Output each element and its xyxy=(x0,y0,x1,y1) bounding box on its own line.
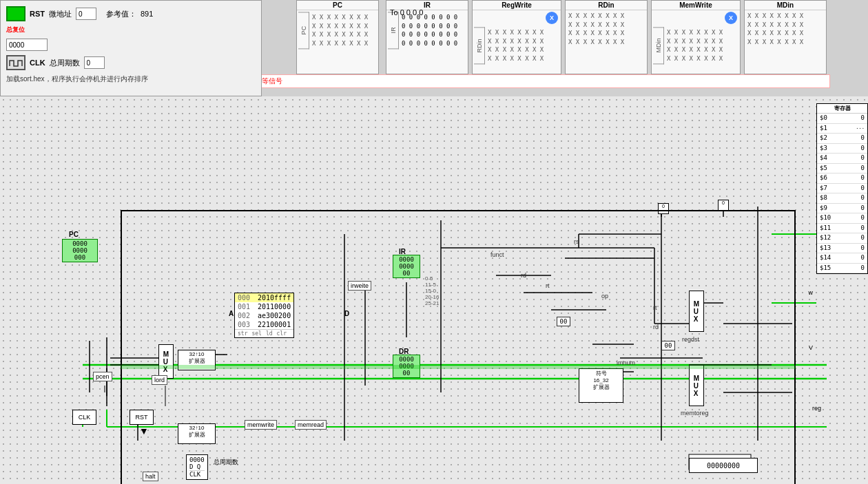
reg-row-7: $7 0 xyxy=(817,184,867,194)
reg-row-2: $2 0 xyxy=(817,134,867,144)
pc-component-label: PC xyxy=(69,231,79,238)
rst-arrow: ▼ xyxy=(139,425,149,436)
pc-body: X X X X X X X X X X X X X X X X X X X X … xyxy=(309,12,371,49)
reset-label: 总复位 xyxy=(6,25,25,34)
memwrite-ctrl: memwrite xyxy=(245,420,277,430)
clk-icon xyxy=(6,55,25,70)
micro-addr-label: 微地址 xyxy=(49,9,72,19)
ref-value: 891 xyxy=(141,10,153,18)
mem-row-3: 003 22100001 xyxy=(235,320,293,329)
micro-addr-input[interactable] xyxy=(76,8,96,20)
op-label: op xyxy=(601,293,608,299)
ir-value: 0000 0000 00 xyxy=(393,255,420,278)
total-cycles-input[interactable] xyxy=(84,56,105,69)
mux-right1: MUX xyxy=(689,291,704,332)
register-file: 寄存器 $0 0 $1 ... $2 0 $3 0 $4 0 $5 0 $6 0 xyxy=(816,103,868,274)
mem-row-1: 001 20110000 xyxy=(235,302,293,311)
regwrite-x-btn[interactable]: X xyxy=(546,12,558,24)
expander1: 32↑10扩展器 xyxy=(178,350,216,370)
total-cycles-bottom: 0000 D Q CLK xyxy=(186,454,208,480)
halt-ctrl: halt xyxy=(143,472,158,481)
reg-row-5: $5 0 xyxy=(817,164,867,174)
mdin-header: MDin xyxy=(745,1,826,10)
mux-right2: MUX xyxy=(689,365,704,406)
addr-display[interactable] xyxy=(6,39,48,51)
reg-row-11: $11 0 xyxy=(817,224,867,234)
pcen-ctrl: pcen xyxy=(93,372,112,381)
total-cycles-label: 总周期数 xyxy=(50,58,80,68)
mem-d-label: D xyxy=(344,310,349,317)
bit-range1: 0-511-515-020-1625-21 xyxy=(425,275,439,306)
pc-header: PC xyxy=(297,1,378,10)
regwrite-body: X X X X X X X X X X X X X X X X X X X X … xyxy=(485,27,546,64)
mux1: MUX xyxy=(158,344,174,379)
funct-label: funct xyxy=(490,251,504,258)
memtoreg-label: memtoreg xyxy=(681,410,709,417)
top-connector1: 0 xyxy=(658,203,669,214)
rt-label: rt xyxy=(546,282,550,289)
mem-controls: str sel ld clr xyxy=(235,329,293,337)
clk-wave-icon xyxy=(8,58,23,67)
pc-value1: 0000 0000 000 xyxy=(62,239,98,262)
hint-text: 加载sort.hex，程序执行会停机并进行内存排序 xyxy=(6,74,256,84)
total-cycles-label-bottom: 总周期数 xyxy=(214,458,238,467)
reg-label-bottom: reg xyxy=(812,405,821,412)
rs-label-top: rs xyxy=(574,238,579,245)
mdin-signal-panel: MDin X X X X X X X X X X X X X X X X X X… xyxy=(744,0,827,74)
clk-label: CLK xyxy=(30,59,45,67)
bottom-hex-display: 00000000 xyxy=(689,458,758,473)
circuit-area: PC 0000 0000 000 MUX 32↑10扩展器 32↑10扩展器 0… xyxy=(0,96,868,484)
mem-row-2: 002 ae300200 xyxy=(235,311,293,320)
w-label: w xyxy=(809,289,814,296)
reg-row-9: $9 0 xyxy=(817,204,867,214)
memwrite-header: MemWrite xyxy=(652,1,740,10)
reg-row-3: $3 0 xyxy=(817,144,867,154)
reg-row-0: $0 0 xyxy=(817,114,867,124)
memread-ctrl: memread xyxy=(295,420,327,430)
ref-label: 参考值： xyxy=(106,9,136,19)
lord-ctrl: lord xyxy=(152,375,167,385)
memory-display: 000 2010ffff 001 20110000 002 ae300200 0… xyxy=(234,293,294,338)
reg-row-10: $10 0 xyxy=(817,213,867,224)
reg-row-12: $12 0 xyxy=(817,233,867,244)
imnum-label: imnum xyxy=(617,359,635,366)
rst-label: RST xyxy=(30,10,45,18)
expander2: 32↑10扩展器 xyxy=(178,423,216,444)
irweite-ctrl: irweite xyxy=(348,281,371,291)
clk-bottom: CLK xyxy=(72,410,96,425)
reg-row-1: $1 ... xyxy=(817,124,867,134)
top-connector2: 0 xyxy=(718,200,729,211)
reg-row-14: $14 0 xyxy=(817,253,867,264)
reg-file-header: 寄存器 xyxy=(817,104,867,114)
mem-a-label: A xyxy=(229,310,234,317)
pc-signal-panel: PC PC X X X X X X X X X X X X X X X X X … xyxy=(296,0,379,74)
rdin-header: RDin xyxy=(566,1,647,10)
reg-row-13: $13 0 xyxy=(817,244,867,254)
zero-box1: 00 xyxy=(557,317,570,326)
control-panel: RST 微地址 参考值： 891 总复位 CLK 总周期数 加载sort.hex… xyxy=(0,0,262,96)
reg-row-6: $6 0 xyxy=(817,173,867,184)
to-label: To 0 0 0 0 xyxy=(390,8,423,17)
ir-body: 0 0 0 0 0 0 0 0 0 0 0 0 0 0 0 0 0 0 0 0 … xyxy=(399,12,460,49)
reg-row-15: $15 0 xyxy=(817,264,867,274)
rd-label: rd xyxy=(521,272,526,279)
rst-button[interactable] xyxy=(6,6,25,21)
memwrite-body: X X X X X X X X X X X X X X X X X X X X … xyxy=(664,27,725,64)
mem-row-highlighted: 000 2010ffff xyxy=(235,293,293,302)
regdst-label: regdst xyxy=(682,336,699,343)
v-label: V xyxy=(809,344,813,351)
rd-mux-label: rd xyxy=(653,324,659,330)
dr-value: 0000 0000 00 xyxy=(393,355,420,378)
memwrite-x-btn[interactable]: X xyxy=(725,12,737,24)
rt-mux-label: rt xyxy=(653,304,657,311)
rst-bottom: RST xyxy=(130,410,154,425)
rdin-signal-panel: RDin X X X X X X X X X X X X X X X X X X… xyxy=(565,0,648,74)
regwrite-signal-panel: RegWrite X RDin X X X X X X X X X X X X … xyxy=(472,0,561,74)
zero-box2: 00 xyxy=(661,341,675,350)
memwrite-signal-panel: MemWrite X MDin X X X X X X X X X X X X … xyxy=(651,0,741,74)
reg-row-8: $8 0 xyxy=(817,193,867,204)
rdin-body: X X X X X X X X X X X X X X X X X X X X … xyxy=(566,10,647,48)
reg-row-4: $4 0 xyxy=(817,154,867,164)
mdin-body: X X X X X X X X X X X X X X X X X X X X … xyxy=(745,10,826,48)
sign-extender: 符号16_32扩展器 xyxy=(579,368,623,403)
